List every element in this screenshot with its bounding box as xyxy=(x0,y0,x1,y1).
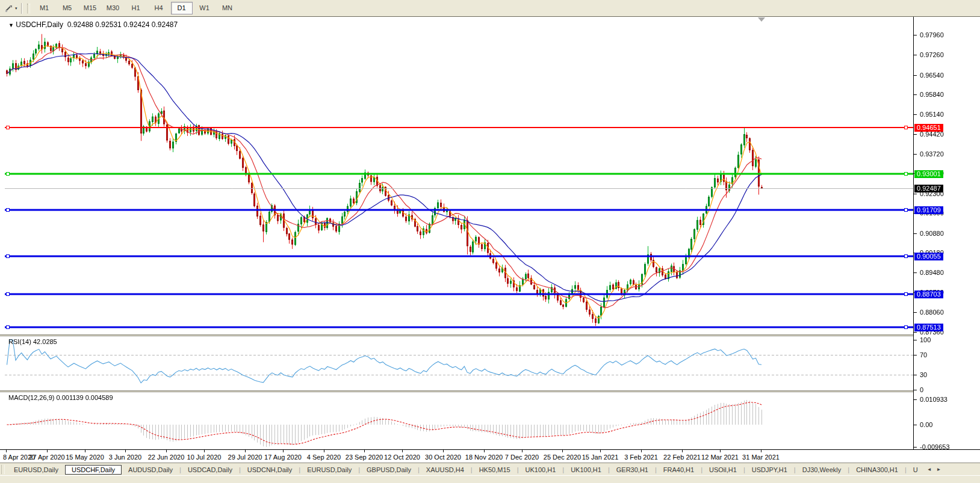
timeframe-button-w1[interactable]: W1 xyxy=(194,2,216,14)
timeframe-button-m5[interactable]: M5 xyxy=(57,2,78,14)
chart-tab-uk100-h1[interactable]: UK100,H1 xyxy=(564,465,608,475)
date-axis-label: 23 Sep 2020 xyxy=(346,454,383,461)
macd-axis-tick-label: 0.010933 xyxy=(920,396,947,403)
macd-axis-tick-label: 0.00 xyxy=(920,421,932,428)
price-axis-tick-label: 0.93720 xyxy=(920,150,944,158)
timeframe-button-d1[interactable]: D1 xyxy=(171,2,193,14)
price-axis-tick-label: 0.88060 xyxy=(920,309,944,316)
price-axis-tick-mark xyxy=(914,154,917,155)
date-axis-tick-mark xyxy=(47,450,48,452)
chart-tool-button[interactable]: ▾ xyxy=(2,2,19,14)
date-axis-label: 7 Dec 2020 xyxy=(505,454,539,461)
timeframe-button-h1[interactable]: H1 xyxy=(125,2,147,14)
rsi-axis-tick-label: 30 xyxy=(920,371,927,378)
date-axis-tick-mark xyxy=(402,450,403,452)
price-level-badge[interactable]: 0.94651 xyxy=(914,124,943,132)
chart-tab-uk100-h1[interactable]: UK100,H1 xyxy=(519,465,563,475)
price-level-badge[interactable]: 0.90055 xyxy=(914,253,943,260)
macd-chart-canvas[interactable] xyxy=(5,392,913,449)
chart-tab-xauusd-h4[interactable]: XAUUSD,H4 xyxy=(420,465,471,475)
chart-tab-china300-h1[interactable]: CHINA300,H1 xyxy=(849,465,905,475)
timeframe-toolbar: ▾ M1M5M15M30H1H4D1W1MN xyxy=(0,0,980,17)
rsi-title: RSI(14) 42.0285 xyxy=(8,338,57,345)
timeframe-button-h4[interactable]: H4 xyxy=(148,2,170,14)
date-axis-tick-mark xyxy=(6,450,7,452)
macd-name-label: MACD(12,26,9) xyxy=(8,394,54,401)
chart-tab-usoil-h1[interactable]: USOil,H1 xyxy=(702,465,743,475)
date-axis-tick-mark xyxy=(720,450,721,452)
chart-tab-dj30-weekly[interactable]: DJ30,Weekly xyxy=(796,465,848,475)
date-axis-label: 4 Sep 2020 xyxy=(307,454,341,461)
date-axis-label: 25 Dec 2020 xyxy=(544,454,581,461)
macd-main-value-label: 0.001139 xyxy=(56,394,83,401)
date-axis-label: 22 Feb 2021 xyxy=(663,454,701,461)
ohlc-close-value: 0.92487 xyxy=(152,20,178,29)
collapse-triangle-icon[interactable]: ▼ xyxy=(8,22,14,28)
price-axis-tick-mark xyxy=(914,35,917,35)
toolbar-separator xyxy=(21,3,22,14)
date-axis-tick-mark xyxy=(85,450,85,452)
date-axis-tick-mark xyxy=(761,450,761,452)
chart-tab-u[interactable]: U xyxy=(907,465,925,475)
chart-tab-audusd-daily[interactable]: AUDUSD,Daily xyxy=(122,465,179,475)
price-chart-canvas[interactable] xyxy=(5,17,913,335)
chart-tab-hk50-m15[interactable]: HK50,M15 xyxy=(473,465,517,475)
date-axis-tick-mark xyxy=(562,450,563,452)
panel-splitter-main-rsi[interactable] xyxy=(0,334,980,336)
scroll-right-icon[interactable]: ► xyxy=(934,467,944,472)
chart-tab-eurusd-daily[interactable]: EURUSD,Daily xyxy=(300,465,358,475)
chart-tab-gbpusd-daily[interactable]: GBPUSD,Daily xyxy=(360,465,418,475)
timeframe-buttons: M1M5M15M30H1H4D1W1MN xyxy=(33,2,239,14)
tabbar-grip[interactable] xyxy=(1,465,5,474)
date-axis-tick-mark xyxy=(641,450,642,452)
toolbar-grip[interactable] xyxy=(27,4,30,13)
chart-tab-eurusd-daily[interactable]: EURUSD,Daily xyxy=(7,465,65,475)
date-axis-label: 18 Nov 2020 xyxy=(465,454,503,461)
price-axis-tick-mark xyxy=(914,332,917,333)
date-axis[interactable]: 8 Apr 202027 Apr 202015 May 20203 Jun 20… xyxy=(0,449,980,463)
price-axis-tick-mark xyxy=(914,55,917,55)
chart-tab-ger30-h1[interactable]: GER30,H1 xyxy=(610,465,655,475)
price-level-badge[interactable]: 0.92487 xyxy=(914,185,943,192)
chart-tab-usdcad-daily[interactable]: USDCAD,Daily xyxy=(181,465,239,475)
date-axis-tick-mark xyxy=(283,450,284,452)
timeframe-button-m1[interactable]: M1 xyxy=(34,2,55,14)
scroll-left-icon[interactable]: ◄ xyxy=(925,467,934,472)
price-axis[interactable]: 0.979600.972600.965400.958400.951400.944… xyxy=(913,17,980,449)
chart-tab-fra40-h1[interactable]: FRA40,H1 xyxy=(657,465,701,475)
date-axis-tick-mark xyxy=(324,450,324,452)
timeframe-button-m15[interactable]: M15 xyxy=(79,2,101,14)
ohlc-open-value: 0.92488 xyxy=(67,20,93,29)
date-axis-tick-mark xyxy=(682,450,683,452)
date-axis-label: 31 Mar 2021 xyxy=(742,454,780,461)
panel-splitter-rsi-macd[interactable] xyxy=(0,390,980,392)
price-axis-tick-label: 0.95140 xyxy=(920,111,944,118)
rsi-name-label: RSI(14) xyxy=(8,338,31,345)
price-level-badge[interactable]: 0.93001 xyxy=(914,170,943,178)
price-axis-tick-label: 0.96540 xyxy=(920,72,944,79)
symbol-tab-bar: EURUSD,DailyUSDCHF,DailyAUDUSD,Daily|USD… xyxy=(0,463,980,476)
date-axis-label: 15 Jan 2021 xyxy=(582,454,619,461)
date-axis-tick-mark xyxy=(364,450,365,452)
ohlc-low-value: 0.92424 xyxy=(123,20,149,29)
chart-tab-usdchf-daily[interactable]: USDCHF,Daily xyxy=(65,465,122,475)
macd-axis-tick-mark xyxy=(914,447,917,448)
chart-shift-marker-icon[interactable] xyxy=(758,17,765,22)
timeframe-button-mn[interactable]: MN xyxy=(217,2,238,14)
rsi-axis-tick-mark xyxy=(914,390,917,390)
price-axis-tick-mark xyxy=(914,94,917,95)
trading-terminal-window: ▾ M1M5M15M30H1H4D1W1MN ▼ USDCHF,Daily 0.… xyxy=(0,0,980,483)
timeframe-button-m30[interactable]: M30 xyxy=(102,2,124,14)
date-axis-tick-mark xyxy=(204,450,205,452)
macd-signal-value-label: 0.004589 xyxy=(85,394,113,401)
rsi-axis-tick-label: 100 xyxy=(920,336,931,343)
date-axis-tick-mark xyxy=(125,450,126,452)
price-level-badge[interactable]: 0.88703 xyxy=(914,291,943,298)
rsi-chart-canvas[interactable] xyxy=(5,336,913,391)
ohlc-high-value: 0.92531 xyxy=(95,20,121,29)
chart-tab-usdjpy-h1[interactable]: USDJPY,H1 xyxy=(745,465,794,475)
chart-tab-usdcnh-daily[interactable]: USDCNH,Daily xyxy=(241,465,299,475)
price-level-badge[interactable]: 0.87513 xyxy=(914,324,943,331)
date-axis-label: 3 Jun 2020 xyxy=(109,454,141,461)
price-level-badge[interactable]: 0.91709 xyxy=(914,206,943,214)
